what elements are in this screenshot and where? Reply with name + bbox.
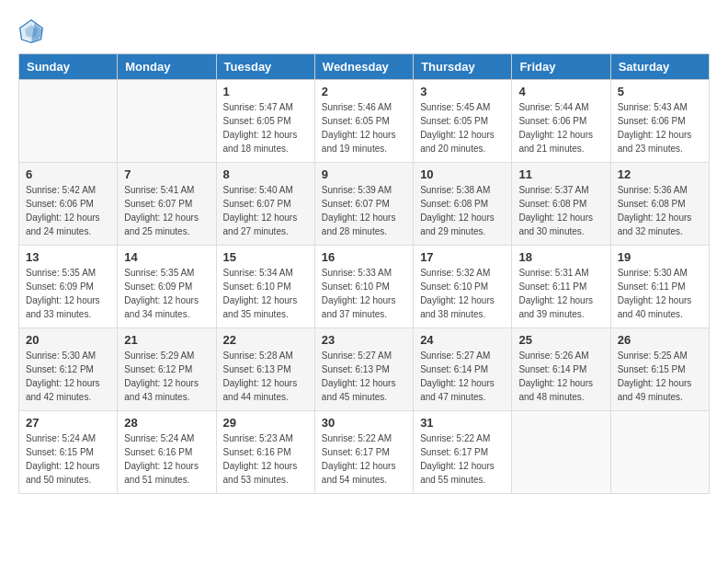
calendar-cell: 10Sunrise: 5:38 AMSunset: 6:08 PMDayligh… — [414, 163, 512, 246]
day-detail: Sunrise: 5:43 AMSunset: 6:06 PMDaylight:… — [618, 100, 702, 155]
calendar-cell: 9Sunrise: 5:39 AMSunset: 6:07 PMDaylight… — [314, 163, 413, 246]
day-detail: Sunrise: 5:35 AMSunset: 6:09 PMDaylight:… — [124, 266, 209, 321]
calendar-cell — [610, 411, 709, 494]
header-day: Monday — [118, 54, 216, 80]
calendar-week: 27Sunrise: 5:24 AMSunset: 6:15 PMDayligh… — [19, 411, 710, 494]
calendar-cell: 24Sunrise: 5:27 AMSunset: 6:14 PMDayligh… — [414, 328, 512, 411]
day-number: 31 — [420, 416, 505, 430]
calendar-cell: 19Sunrise: 5:30 AMSunset: 6:11 PMDayligh… — [610, 246, 709, 328]
day-number: 3 — [420, 85, 505, 98]
day-detail: Sunrise: 5:27 AMSunset: 6:14 PMDaylight:… — [420, 349, 505, 404]
logo-icon — [18, 18, 44, 44]
calendar-cell — [118, 80, 216, 163]
day-detail: Sunrise: 5:36 AMSunset: 6:08 PMDaylight:… — [618, 183, 702, 238]
calendar-cell: 1Sunrise: 5:47 AMSunset: 6:05 PMDaylight… — [216, 80, 314, 163]
day-detail: Sunrise: 5:37 AMSunset: 6:08 PMDaylight:… — [518, 183, 603, 238]
calendar-week: 20Sunrise: 5:30 AMSunset: 6:12 PMDayligh… — [19, 328, 710, 411]
header-day: Saturday — [610, 54, 709, 80]
calendar-body: 1Sunrise: 5:47 AMSunset: 6:05 PMDaylight… — [19, 80, 710, 494]
calendar-cell: 12Sunrise: 5:36 AMSunset: 6:08 PMDayligh… — [610, 163, 709, 246]
calendar-cell: 31Sunrise: 5:22 AMSunset: 6:17 PMDayligh… — [414, 411, 512, 494]
day-number: 15 — [223, 250, 308, 264]
calendar-cell — [19, 80, 118, 163]
calendar-cell: 5Sunrise: 5:43 AMSunset: 6:06 PMDaylight… — [610, 80, 709, 163]
page-container: SundayMondayTuesdayWednesdayThursdayFrid… — [18, 18, 710, 494]
calendar-cell: 21Sunrise: 5:29 AMSunset: 6:12 PMDayligh… — [118, 328, 216, 411]
calendar-cell: 29Sunrise: 5:23 AMSunset: 6:16 PMDayligh… — [216, 411, 314, 494]
day-number: 5 — [618, 85, 702, 98]
day-number: 11 — [518, 167, 603, 181]
day-number: 16 — [322, 250, 406, 264]
calendar-week: 13Sunrise: 5:35 AMSunset: 6:09 PMDayligh… — [19, 246, 710, 328]
day-detail: Sunrise: 5:24 AMSunset: 6:15 PMDaylight:… — [26, 431, 110, 487]
day-number: 1 — [223, 85, 308, 98]
header — [18, 18, 710, 44]
day-detail: Sunrise: 5:30 AMSunset: 6:11 PMDaylight:… — [618, 266, 702, 321]
calendar-cell: 20Sunrise: 5:30 AMSunset: 6:12 PMDayligh… — [19, 328, 118, 411]
day-number: 9 — [322, 167, 406, 181]
calendar-cell: 11Sunrise: 5:37 AMSunset: 6:08 PMDayligh… — [512, 163, 610, 246]
day-detail: Sunrise: 5:28 AMSunset: 6:13 PMDaylight:… — [223, 349, 308, 404]
day-detail: Sunrise: 5:29 AMSunset: 6:12 PMDaylight:… — [124, 349, 209, 404]
calendar-week: 1Sunrise: 5:47 AMSunset: 6:05 PMDaylight… — [19, 80, 710, 163]
day-detail: Sunrise: 5:27 AMSunset: 6:13 PMDaylight:… — [322, 349, 406, 404]
day-number: 7 — [124, 167, 209, 181]
day-number: 30 — [322, 416, 406, 430]
header-day: Sunday — [19, 54, 118, 80]
header-row: SundayMondayTuesdayWednesdayThursdayFrid… — [19, 54, 710, 80]
day-number: 13 — [26, 250, 110, 264]
calendar-cell: 2Sunrise: 5:46 AMSunset: 6:05 PMDaylight… — [314, 80, 413, 163]
day-number: 19 — [618, 250, 702, 264]
day-number: 6 — [26, 167, 110, 181]
day-detail: Sunrise: 5:38 AMSunset: 6:08 PMDaylight:… — [420, 183, 505, 238]
calendar-cell: 4Sunrise: 5:44 AMSunset: 6:06 PMDaylight… — [512, 80, 610, 163]
header-day: Friday — [512, 54, 610, 80]
calendar-cell: 23Sunrise: 5:27 AMSunset: 6:13 PMDayligh… — [314, 328, 413, 411]
header-day: Wednesday — [314, 54, 413, 80]
day-detail: Sunrise: 5:22 AMSunset: 6:17 PMDaylight:… — [420, 431, 505, 487]
day-detail: Sunrise: 5:35 AMSunset: 6:09 PMDaylight:… — [26, 266, 110, 321]
day-number: 12 — [618, 167, 702, 181]
day-number: 21 — [124, 333, 209, 347]
day-number: 26 — [618, 333, 702, 347]
day-detail: Sunrise: 5:25 AMSunset: 6:15 PMDaylight:… — [618, 349, 702, 404]
calendar-cell: 7Sunrise: 5:41 AMSunset: 6:07 PMDaylight… — [118, 163, 216, 246]
day-detail: Sunrise: 5:34 AMSunset: 6:10 PMDaylight:… — [223, 266, 308, 321]
day-number: 4 — [518, 85, 603, 98]
day-detail: Sunrise: 5:22 AMSunset: 6:17 PMDaylight:… — [322, 431, 406, 487]
day-detail: Sunrise: 5:47 AMSunset: 6:05 PMDaylight:… — [223, 100, 308, 155]
calendar-cell: 28Sunrise: 5:24 AMSunset: 6:16 PMDayligh… — [118, 411, 216, 494]
day-detail: Sunrise: 5:40 AMSunset: 6:07 PMDaylight:… — [223, 183, 308, 238]
day-number: 25 — [518, 333, 603, 347]
header-day: Thursday — [414, 54, 512, 80]
logo — [18, 18, 48, 44]
calendar-week: 6Sunrise: 5:42 AMSunset: 6:06 PMDaylight… — [19, 163, 710, 246]
day-number: 27 — [26, 416, 110, 430]
calendar-table: SundayMondayTuesdayWednesdayThursdayFrid… — [18, 53, 710, 494]
day-detail: Sunrise: 5:32 AMSunset: 6:10 PMDaylight:… — [420, 266, 505, 321]
day-detail: Sunrise: 5:23 AMSunset: 6:16 PMDaylight:… — [223, 431, 308, 487]
day-number: 29 — [223, 416, 308, 430]
calendar-cell: 8Sunrise: 5:40 AMSunset: 6:07 PMDaylight… — [216, 163, 314, 246]
day-number: 24 — [420, 333, 505, 347]
day-number: 18 — [518, 250, 603, 264]
day-number: 22 — [223, 333, 308, 347]
day-detail: Sunrise: 5:45 AMSunset: 6:05 PMDaylight:… — [420, 100, 505, 155]
day-detail: Sunrise: 5:24 AMSunset: 6:16 PMDaylight:… — [124, 431, 209, 487]
calendar-cell: 25Sunrise: 5:26 AMSunset: 6:14 PMDayligh… — [512, 328, 610, 411]
day-number: 23 — [322, 333, 406, 347]
day-detail: Sunrise: 5:41 AMSunset: 6:07 PMDaylight:… — [124, 183, 209, 238]
calendar-cell: 26Sunrise: 5:25 AMSunset: 6:15 PMDayligh… — [610, 328, 709, 411]
day-detail: Sunrise: 5:46 AMSunset: 6:05 PMDaylight:… — [322, 100, 406, 155]
calendar-cell: 15Sunrise: 5:34 AMSunset: 6:10 PMDayligh… — [216, 246, 314, 328]
calendar-cell: 14Sunrise: 5:35 AMSunset: 6:09 PMDayligh… — [118, 246, 216, 328]
header-day: Tuesday — [216, 54, 314, 80]
calendar-cell — [512, 411, 610, 494]
calendar-cell: 13Sunrise: 5:35 AMSunset: 6:09 PMDayligh… — [19, 246, 118, 328]
day-detail: Sunrise: 5:31 AMSunset: 6:11 PMDaylight:… — [518, 266, 603, 321]
calendar-cell: 17Sunrise: 5:32 AMSunset: 6:10 PMDayligh… — [414, 246, 512, 328]
day-number: 17 — [420, 250, 505, 264]
calendar-header: SundayMondayTuesdayWednesdayThursdayFrid… — [19, 54, 710, 80]
calendar-cell: 16Sunrise: 5:33 AMSunset: 6:10 PMDayligh… — [314, 246, 413, 328]
calendar-cell: 22Sunrise: 5:28 AMSunset: 6:13 PMDayligh… — [216, 328, 314, 411]
